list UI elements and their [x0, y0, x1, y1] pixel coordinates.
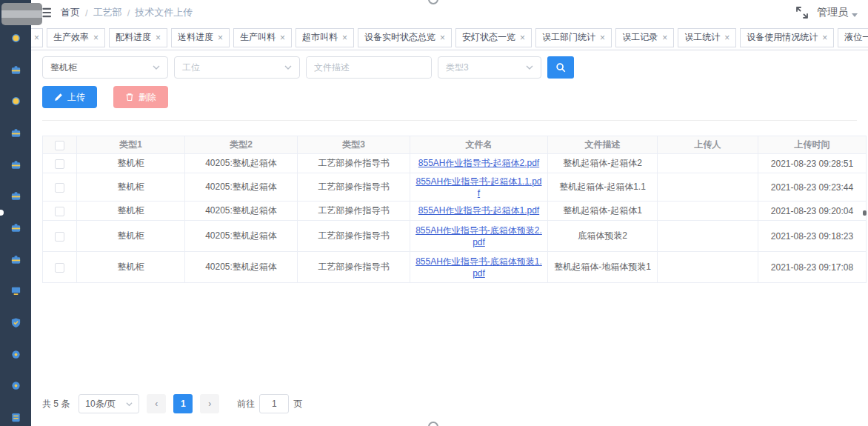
tab-误工记录[interactable]: 误工记录×	[615, 28, 674, 47]
cell-type3: 工艺部操作指导书	[298, 221, 410, 252]
file-link[interactable]: 855AH作业指导书-底箱体预装1.pdf	[415, 256, 542, 279]
cell-time: 2021-08-23 09:28:51	[758, 154, 867, 173]
tab-液位一览[interactable]: 液位一览×	[838, 28, 868, 47]
close-icon[interactable]: ×	[342, 33, 347, 42]
station-select[interactable]: 工位	[174, 56, 300, 79]
close-icon[interactable]: ×	[440, 33, 445, 42]
sidebar-item[interactable]	[0, 244, 31, 276]
sidebar-item[interactable]	[0, 402, 31, 426]
row-checkbox[interactable]	[55, 232, 64, 242]
cell-type1: 整机柜	[77, 221, 185, 252]
tab-配料进度[interactable]: 配料进度×	[109, 28, 167, 47]
upload-button[interactable]: 上传	[42, 86, 97, 108]
type1-select[interactable]: 整机柜	[42, 56, 168, 79]
user-menu[interactable]: 管理员	[817, 6, 858, 19]
file-link[interactable]: 855AH作业指导书-底箱体预装2.pdf	[415, 225, 542, 247]
tab-送料进度[interactable]: 送料进度×	[171, 28, 230, 47]
tab-安灯状态一览[interactable]: 安灯状态一览×	[455, 28, 532, 47]
close-icon[interactable]: ×	[156, 33, 161, 42]
tab-超市叫料[interactable]: 超市叫料×	[296, 28, 354, 47]
row-checkbox[interactable]	[55, 207, 64, 216]
close-icon[interactable]: ×	[600, 33, 605, 42]
menu-briefcase-icon	[10, 127, 21, 139]
cell-desc: 整机起箱体-起箱体2	[548, 154, 658, 173]
sidebar-item[interactable]	[0, 117, 31, 149]
close-icon[interactable]: ×	[822, 33, 827, 42]
cell-type3: 工艺部操作指导书	[298, 252, 410, 283]
close-icon[interactable]: ×	[93, 33, 99, 42]
search-icon	[555, 62, 566, 73]
tab-label: 生产叫料	[240, 31, 276, 44]
close-icon[interactable]: ×	[662, 33, 667, 42]
tab-生产效率[interactable]: 生产效率×	[47, 28, 105, 47]
sidebar-item[interactable]	[0, 339, 31, 370]
tab-误工部门统计[interactable]: 误工部门统计×	[535, 28, 612, 47]
files-table: 类型1类型2类型3文件名文件描述上传人上传时间 整机柜40205:整机起箱体工艺…	[42, 136, 867, 283]
type3-select[interactable]: 类型3	[438, 56, 541, 79]
tab-设备使用情况统计[interactable]: 设备使用情况统计×	[740, 28, 834, 47]
file-link[interactable]: 855AH作业指导书-起箱体1.pdf	[418, 205, 539, 216]
prev-page-button[interactable]: ‹	[147, 394, 166, 413]
sidebar-item[interactable]	[0, 370, 31, 402]
breadcrumb-home[interactable]: 首页	[61, 6, 80, 19]
close-icon[interactable]: ×	[34, 33, 39, 42]
tab-误工统计[interactable]: 误工统计×	[678, 28, 736, 47]
menu-shield-icon	[10, 317, 21, 328]
goto-page-input[interactable]	[259, 394, 289, 413]
cell-type3: 工艺部操作指导书	[298, 173, 410, 202]
sidebar-item[interactable]	[0, 180, 31, 212]
logo-redacted	[1, 3, 42, 25]
file-desc-input[interactable]	[307, 57, 431, 78]
next-page-button[interactable]: ›	[200, 394, 219, 413]
cell-uploader	[658, 252, 758, 283]
close-icon[interactable]: ×	[520, 33, 525, 42]
sidebar-item[interactable]	[0, 149, 31, 181]
close-icon[interactable]: ×	[280, 33, 285, 42]
sidebar-item[interactable]	[0, 85, 31, 117]
file-link[interactable]: 855AH作业指导书-起箱体1.1.pdf	[415, 176, 541, 199]
table-row: 整机柜40205:整机起箱体工艺部操作指导书855AH作业指导书-起箱体2.pd…	[43, 154, 867, 173]
sidebar-item[interactable]	[0, 54, 31, 86]
tab-partial[interactable]: ×	[31, 28, 43, 47]
table-header: 类型1类型2类型3文件名文件描述上传人上传时间	[43, 136, 867, 154]
scrollbar-handle[interactable]	[863, 210, 867, 216]
breadcrumb: 首页 / 工艺部 / 技术文件上传	[61, 6, 193, 19]
cell-desc: 整机起箱体-起箱体1	[548, 202, 658, 221]
menu-briefcase-icon	[10, 222, 21, 233]
table-row: 整机柜40205:整机起箱体工艺部操作指导书855AH作业指导书-起箱体1.pd…	[43, 202, 867, 221]
filter-row: 整机柜 工位 类型3	[42, 56, 857, 79]
sidebar	[0, 0, 31, 426]
sidebar-item[interactable]	[0, 307, 31, 339]
menu-grid-icon	[10, 412, 21, 423]
menu-briefcase-icon	[10, 190, 21, 202]
tab-label: 液位一览	[844, 31, 868, 44]
column-header: 类型3	[298, 136, 410, 154]
station-select-placeholder: 工位	[182, 61, 200, 74]
column-header: 类型2	[185, 136, 298, 154]
search-button[interactable]	[547, 56, 574, 79]
pencil-icon	[54, 93, 63, 101]
delete-button[interactable]: 删除	[113, 86, 168, 108]
fullscreen-icon[interactable]	[796, 7, 808, 19]
cell-time: 2021-08-23 09:18:23	[758, 221, 867, 252]
cell-uploader	[658, 221, 758, 252]
close-icon[interactable]: ×	[218, 33, 223, 42]
cell-time: 2021-08-23 09:23:44	[758, 173, 867, 202]
row-checkbox[interactable]	[55, 159, 64, 169]
row-checkbox[interactable]	[55, 183, 64, 193]
file-link[interactable]: 855AH作业指导书-起箱体2.pdf	[418, 158, 539, 168]
cell-type1: 整机柜	[77, 252, 185, 283]
sidebar-item[interactable]	[0, 276, 31, 307]
row-checkbox[interactable]	[55, 263, 64, 273]
select-all-checkbox[interactable]	[55, 141, 64, 150]
tab-设备实时状态总览[interactable]: 设备实时状态总览×	[358, 28, 452, 47]
sidebar-item[interactable]	[0, 22, 31, 54]
sidebar-item[interactable]	[0, 212, 31, 244]
cell-type2: 40205:整机起箱体	[185, 202, 298, 221]
page-size-select[interactable]: 10条/页	[79, 394, 139, 413]
breadcrumb-dept[interactable]: 工艺部	[93, 6, 122, 19]
tab-生产叫料[interactable]: 生产叫料×	[233, 28, 292, 47]
current-page-button[interactable]: 1	[173, 394, 193, 413]
close-icon[interactable]: ×	[724, 33, 730, 42]
table-row: 整机柜40205:整机起箱体工艺部操作指导书855AH作业指导书-底箱体预装1.…	[43, 252, 867, 283]
